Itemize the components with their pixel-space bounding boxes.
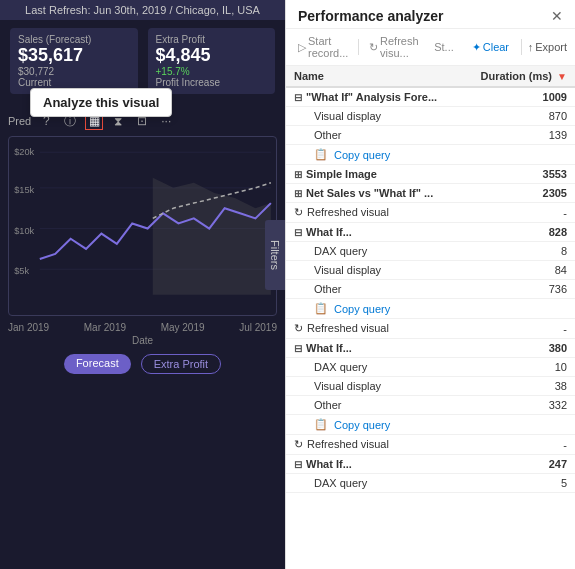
row-duration: 870 [462, 107, 575, 126]
right-panel: Performance analyzer ✕ ▷ Start record...… [285, 0, 575, 569]
refreshed-visual-label: ↻Refreshed visual [286, 203, 462, 223]
chart-area: $20k $15k $10k $5k [8, 136, 277, 316]
row-duration: 10 [462, 358, 575, 377]
table-row: ⊟What If...828 [286, 223, 575, 242]
table-row: ⊞Simple Image3553 [286, 165, 575, 184]
expand-icon[interactable]: ⊞ [294, 169, 302, 180]
row-duration-dash: - [462, 435, 575, 455]
row-name: Simple Image [306, 168, 377, 180]
table-row: Visual display84 [286, 261, 575, 280]
table-row: ↻Refreshed visual- [286, 435, 575, 455]
record-button[interactable]: ▷ Start record... [294, 33, 352, 61]
legend-forecast[interactable]: Forecast [64, 354, 131, 374]
legend-row: Forecast Extra Profit [0, 348, 285, 380]
table-row: Visual display38 [286, 377, 575, 396]
row-duration: 247 [462, 455, 575, 474]
table-row: ⊞Net Sales vs "What If" ...2305 [286, 184, 575, 203]
table-row: DAX query8 [286, 242, 575, 261]
row-duration: 2305 [462, 184, 575, 203]
row-duration: 736 [462, 280, 575, 299]
table-header-row: Name Duration (ms) ▼ [286, 66, 575, 87]
row-name: Other [286, 280, 462, 299]
row-name: Net Sales vs "What If" ... [306, 187, 433, 199]
table-row: ⊟"What If" Analysis Fore...1009 [286, 87, 575, 107]
row-duration: 380 [462, 339, 575, 358]
close-button[interactable]: ✕ [551, 8, 563, 24]
filters-tab[interactable]: Filters [265, 220, 285, 290]
export-button[interactable]: ↑ Export [528, 41, 567, 53]
kpi-profit-value: $4,845 [156, 45, 268, 66]
row-name: DAX query [286, 242, 462, 261]
svg-text:$15k: $15k [14, 185, 34, 195]
row-duration: 8 [462, 242, 575, 261]
refresh-button[interactable]: ↻ Refresh visu... [365, 33, 426, 61]
table-row: ⊟What If...380 [286, 339, 575, 358]
kpi-profit-sub: Profit Increase [156, 77, 268, 88]
row-name: "What If" Analysis Fore... [306, 91, 437, 103]
kpi-sales-label: Sales (Forecast) [18, 34, 130, 45]
toolbar-sep-2 [521, 39, 522, 55]
toolbar-sep-1 [358, 39, 359, 55]
row-duration: 828 [462, 223, 575, 242]
expand-icon[interactable]: ⊟ [294, 459, 302, 470]
row-duration: 3553 [462, 165, 575, 184]
row-name: Visual display [286, 377, 462, 396]
row-name: What If... [306, 342, 352, 354]
table-row: ↻Refreshed visual- [286, 319, 575, 339]
record-icon: ▷ [298, 41, 306, 54]
row-duration-dash: - [462, 203, 575, 223]
expand-icon[interactable]: ⊟ [294, 227, 302, 238]
row-duration-dash: - [462, 319, 575, 339]
row-name: DAX query [286, 474, 462, 493]
col-duration-header[interactable]: Duration (ms) ▼ [462, 66, 575, 87]
copy-query-cell[interactable]: 📋Copy query [286, 415, 462, 435]
sort-icon: ▼ [557, 71, 567, 82]
panel-toolbar: ▷ Start record... ↻ Refresh visu... St..… [286, 29, 575, 66]
expand-icon[interactable]: ⊟ [294, 92, 302, 103]
svg-text:$5k: $5k [14, 266, 29, 276]
table-row: DAX query10 [286, 358, 575, 377]
chart-xaxis: Jan 2019 Mar 2019 May 2019 Jul 2019 [0, 320, 285, 335]
copy-query-link[interactable]: 📋Copy query [314, 418, 454, 431]
top-bar: Last Refresh: Jun 30th, 2019 / Chicago, … [0, 0, 285, 20]
expand-icon[interactable]: ⊟ [294, 343, 302, 354]
panel-title: Performance analyzer [298, 8, 444, 24]
analyze-tooltip[interactable]: Analyze this visual [30, 88, 172, 117]
export-icon: ↑ [528, 41, 534, 53]
col-name-header[interactable]: Name [286, 66, 462, 87]
row-name: Visual display [286, 261, 462, 280]
clear-icon: ✦ [472, 41, 481, 54]
kpi-profit-label: Extra Profit [156, 34, 268, 45]
svg-text:$20k: $20k [14, 147, 34, 157]
st-button[interactable]: St... [430, 39, 458, 55]
kpi-card-profit: Extra Profit $4,845 +15.7% Profit Increa… [148, 28, 276, 94]
row-duration: 139 [462, 126, 575, 145]
table-container: Name Duration (ms) ▼ ⊟"What If" Analysis… [286, 66, 575, 569]
row-duration-empty [462, 415, 575, 435]
refresh-icon: ↻ [369, 41, 378, 54]
performance-table: Name Duration (ms) ▼ ⊟"What If" Analysis… [286, 66, 575, 493]
table-body: ⊟"What If" Analysis Fore...1009Visual di… [286, 87, 575, 493]
svg-text:$10k: $10k [14, 226, 34, 236]
table-row: Other332 [286, 396, 575, 415]
kpi-card-sales: Sales (Forecast) $35,617 $30,772 Current [10, 28, 138, 94]
row-duration: 5 [462, 474, 575, 493]
table-row: ⊟What If...247 [286, 455, 575, 474]
clear-button[interactable]: ✦ Clear [466, 39, 515, 56]
copy-query-cell[interactable]: 📋Copy query [286, 145, 462, 165]
row-duration: 332 [462, 396, 575, 415]
expand-icon[interactable]: ⊞ [294, 188, 302, 199]
row-duration: 38 [462, 377, 575, 396]
copy-query-link[interactable]: 📋Copy query [314, 302, 454, 315]
panel-header: Performance analyzer ✕ [286, 0, 575, 29]
legend-extra-profit[interactable]: Extra Profit [141, 354, 221, 374]
kpi-sales-value: $35,617 [18, 45, 130, 66]
row-name: What If... [306, 458, 352, 470]
table-row: Visual display870 [286, 107, 575, 126]
kpi-profit-change: +15.7% [156, 66, 268, 77]
row-name: Other [286, 126, 462, 145]
row-duration: 84 [462, 261, 575, 280]
copy-query-cell[interactable]: 📋Copy query [286, 299, 462, 319]
table-row: Other736 [286, 280, 575, 299]
copy-query-link[interactable]: 📋Copy query [314, 148, 454, 161]
